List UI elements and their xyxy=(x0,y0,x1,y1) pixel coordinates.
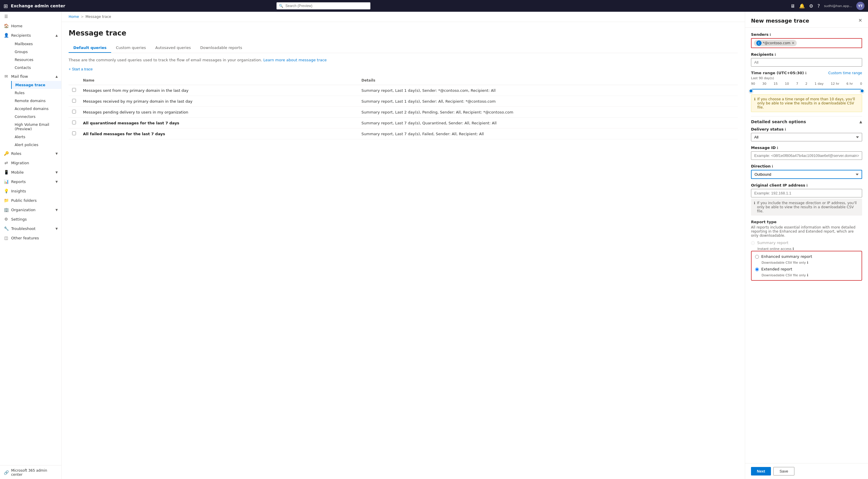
chevron-up-icon2: ▲ xyxy=(55,75,58,78)
sidebar-item-rules[interactable]: Rules xyxy=(11,89,61,97)
extended-sub: Downloadable CSV file only ℹ xyxy=(762,273,858,277)
next-button[interactable]: Next xyxy=(751,467,771,476)
sender-avatar: C xyxy=(756,40,762,46)
time-info-icon[interactable]: ℹ xyxy=(805,71,807,75)
sidebar-item-connectors[interactable]: Connectors xyxy=(11,113,61,121)
sidebar-item-alerts[interactable]: Alerts xyxy=(11,133,61,141)
delivery-status-select[interactable]: All Delivered Failed Pending Quarantined xyxy=(751,133,862,141)
row-checkbox[interactable] xyxy=(72,110,76,114)
time-range-label: Time range (UTC+05:30) ℹ xyxy=(751,71,807,75)
row-checkbox[interactable] xyxy=(72,121,76,124)
slider-thumb-left[interactable] xyxy=(749,89,753,93)
row-name-cell: All quarantined messages for the last 7 … xyxy=(80,118,358,128)
action-bar: + Start a trace xyxy=(69,67,738,71)
detailed-search-toggle[interactable]: Detailed search options ▲ xyxy=(751,116,862,127)
tab-downloadable-reports[interactable]: Downloadable reports xyxy=(195,43,247,53)
report-type-desc: All reports include essential informatio… xyxy=(751,225,862,238)
sidebar-item-resources[interactable]: Resources xyxy=(11,56,61,64)
sidebar-item-other-features[interactable]: ◫ Other features xyxy=(0,233,61,243)
table-row: Messages pending delivery to users in my… xyxy=(69,107,738,118)
section-chevron-up-icon: ▲ xyxy=(860,120,862,124)
sidebar-item-recipients[interactable]: 👤 Recipients ▲ xyxy=(0,30,61,40)
message-id-info-icon[interactable]: ℹ xyxy=(777,146,778,150)
table-row: Messages sent from my primary domain in … xyxy=(69,85,738,96)
enhanced-sub: Downloadable CSV file only ℹ xyxy=(762,261,858,265)
save-button[interactable]: Save xyxy=(773,467,795,476)
row-checkbox-cell xyxy=(69,85,80,96)
time-range-slider[interactable] xyxy=(751,86,862,92)
slider-thumb-right[interactable] xyxy=(860,89,864,93)
help-icon[interactable]: ? xyxy=(817,3,820,9)
chevron-down-icon5: ▼ xyxy=(55,227,58,230)
sidebar-item-insights[interactable]: 💡 Insights xyxy=(0,186,61,196)
m365-icon: 🔗 xyxy=(3,470,9,475)
waffle-icon[interactable]: ⊞ xyxy=(3,3,8,9)
recipients-info-icon[interactable]: ℹ xyxy=(775,53,776,57)
row-checkbox[interactable] xyxy=(72,131,76,135)
row-name-cell: Messages pending delivery to users in my… xyxy=(80,107,358,118)
radio-summary-input[interactable] xyxy=(751,241,755,245)
tab-autosaved-queries[interactable]: Autosaved queries xyxy=(150,43,195,53)
original-ip-info-icon[interactable]: ℹ xyxy=(806,183,808,187)
recipients-input[interactable] xyxy=(751,58,862,67)
sidebar-item-contacts[interactable]: Contacts xyxy=(11,64,61,71)
row-checkbox[interactable] xyxy=(72,99,76,103)
roles-icon: 🔑 xyxy=(3,151,9,156)
sidebar-item-migration[interactable]: ⇄ Migration xyxy=(0,158,61,168)
sidebar-toggle[interactable]: ☰ xyxy=(0,12,61,21)
detailed-search-label: Detailed search options xyxy=(751,119,806,124)
app-title: Exchange admin center xyxy=(11,3,65,8)
breadcrumb-home[interactable]: Home xyxy=(69,15,79,19)
instant-access-info-icon[interactable]: ℹ xyxy=(793,247,794,251)
direction-select[interactable]: All Inbound Outbound xyxy=(751,170,862,179)
direction-info-icon[interactable]: ℹ xyxy=(772,164,773,168)
sidebar-item-accepted-domains[interactable]: Accepted domains xyxy=(11,105,61,113)
sidebar-item-reports[interactable]: 📊 Reports ▼ xyxy=(0,177,61,186)
recipients-group: Recipients ℹ xyxy=(751,52,862,67)
radio-enhanced-input[interactable] xyxy=(755,255,759,259)
sidebar-item-settings[interactable]: ⚙ Settings xyxy=(0,214,61,224)
direction-group: Direction ℹ All Inbound Outbound xyxy=(751,164,862,179)
tag-remove-button[interactable]: ✕ xyxy=(792,41,795,45)
delivery-status-group: Delivery status ℹ All Delivered Failed P… xyxy=(751,127,862,141)
sidebar-item-groups[interactable]: Groups xyxy=(11,48,61,56)
sidebar-item-mailboxes[interactable]: Mailboxes xyxy=(11,40,61,48)
enhanced-info-icon[interactable]: ℹ xyxy=(807,261,808,265)
gear-icon[interactable]: ⚙ xyxy=(809,3,813,9)
sidebar-item-roles[interactable]: 🔑 Roles ▼ xyxy=(0,149,61,158)
row-checkbox[interactable] xyxy=(72,88,76,92)
sidebar-item-home[interactable]: 🏠 Home xyxy=(0,21,61,30)
sidebar-item-alert-policies[interactable]: Alert policies xyxy=(11,141,61,149)
tab-custom-queries[interactable]: Custom queries xyxy=(111,43,150,53)
delivery-info-icon[interactable]: ℹ xyxy=(785,127,786,131)
sidebar-item-m365[interactable]: 🔗 Microsoft 365 admin center xyxy=(0,465,61,479)
search-input[interactable] xyxy=(277,2,370,9)
panel-close-button[interactable]: ✕ xyxy=(858,18,862,23)
radio-extended-report: Extended report xyxy=(755,267,858,271)
bell-icon[interactable]: 🔔 xyxy=(799,3,805,9)
monitor-icon[interactable]: 🖥 xyxy=(790,3,795,9)
sidebar-item-mailflow[interactable]: ✉ Mail flow ▲ xyxy=(0,71,61,81)
learn-more-link[interactable]: Learn more about message trace xyxy=(264,58,327,62)
senders-input[interactable]: C *@contoso.com ✕ xyxy=(751,38,862,48)
other-icon: ◫ xyxy=(3,236,9,240)
avatar[interactable]: YT xyxy=(856,2,865,10)
sidebar-item-mobile[interactable]: 📱 Mobile ▼ xyxy=(0,168,61,177)
extended-info-icon[interactable]: ℹ xyxy=(807,273,808,277)
original-ip-input[interactable] xyxy=(751,189,862,198)
sidebar-item-organization[interactable]: 🏢 Organization ▼ xyxy=(0,205,61,214)
radio-extended-input[interactable] xyxy=(755,268,759,271)
tab-default-queries[interactable]: Default queries xyxy=(69,43,111,53)
time-range-section: Time range (UTC+05:30) ℹ Custom time ran… xyxy=(751,71,862,112)
radio-extended-label: Extended report xyxy=(761,267,792,271)
radio-summary-report: Summary report xyxy=(751,241,862,245)
custom-time-range-link[interactable]: Custom time range xyxy=(828,71,862,75)
message-id-input[interactable] xyxy=(751,151,862,160)
sidebar-item-high-volume[interactable]: High Volume Email (Preview) xyxy=(11,121,61,133)
sidebar-item-message-trace[interactable]: Message trace xyxy=(11,81,61,89)
senders-info-icon[interactable]: ℹ xyxy=(770,33,771,37)
sidebar-item-troubleshoot[interactable]: 🔧 Troubleshoot ▼ xyxy=(0,224,61,233)
sidebar-item-public-folders[interactable]: 📁 Public folders xyxy=(0,196,61,205)
sidebar-item-remote-domains[interactable]: Remote domains xyxy=(11,97,61,105)
start-trace-button[interactable]: + Start a trace xyxy=(69,67,93,71)
